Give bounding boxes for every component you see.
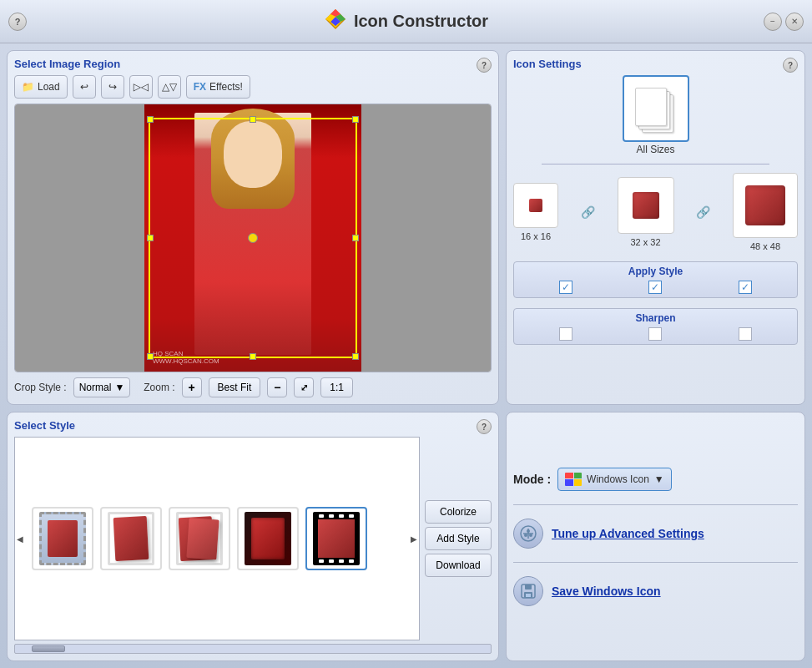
icon-sizes-row: All Sizes 16 x 16 🔗 xyxy=(513,75,798,345)
main-layout: Select Image Region ? 📁 Load ↩ ↪ ▷◁ △▽ F… xyxy=(0,43,812,668)
title-bar: ? Icon Constructor − ✕ xyxy=(0,0,812,43)
zoom-fit-button[interactable]: Best Fit xyxy=(209,377,261,397)
load-button[interactable]: 📁 Load xyxy=(14,75,68,99)
apply-style-checkbox-32[interactable] xyxy=(648,281,662,294)
sharpen-check-32 xyxy=(648,327,662,341)
image-toolbar: 📁 Load ↩ ↪ ▷◁ △▽ FX Effects! xyxy=(14,75,492,99)
all-sizes-container: All Sizes xyxy=(623,75,689,155)
flip-v-button[interactable]: △▽ xyxy=(158,75,181,99)
zoom-fullscreen-button[interactable]: ⤢ xyxy=(294,377,314,397)
style-thumb-5[interactable] xyxy=(305,507,367,570)
apply-style-check-32 xyxy=(648,281,662,294)
minimize-button[interactable]: − xyxy=(764,13,782,31)
undo-button[interactable]: ↩ xyxy=(73,75,96,99)
apply-style-check-48 xyxy=(739,281,752,294)
style-scroll-right-button[interactable]: ▶ xyxy=(411,534,417,544)
style-scrollbar-thumb[interactable] xyxy=(32,645,65,652)
style-thumb-4[interactable] xyxy=(237,507,299,570)
redo-button[interactable]: ↪ xyxy=(101,75,124,99)
chain-icon-1: 🔗 xyxy=(581,205,595,219)
style-scroll-left-button[interactable]: ◀ xyxy=(17,534,23,544)
tune-up-icon xyxy=(513,519,543,549)
style-panel-help-button[interactable]: ? xyxy=(477,419,492,434)
style-scrollbar[interactable] xyxy=(14,644,492,654)
zoom-1to1-button[interactable]: 1:1 xyxy=(320,377,353,397)
dropdown-arrow-icon: ▼ xyxy=(114,382,124,393)
undo-icon: ↩ xyxy=(80,81,88,93)
size-16-button[interactable] xyxy=(513,183,558,228)
flip-vertical-icon: △▽ xyxy=(162,81,177,93)
size-48-button[interactable] xyxy=(733,173,798,238)
all-sizes-icon xyxy=(635,88,677,129)
image-region-help-button[interactable]: ? xyxy=(477,58,492,73)
canvas-content: HQ SCANWWW.HQSCAN.COM xyxy=(15,104,491,372)
colorize-button[interactable]: Colorize xyxy=(425,500,492,524)
sizes-connector xyxy=(542,164,769,164)
sharpen-checkboxes xyxy=(521,327,790,341)
size-16-label: 16 x 16 xyxy=(521,231,551,241)
redo-icon: ↪ xyxy=(108,81,117,93)
style-thumb-1[interactable] xyxy=(32,507,93,570)
icon-settings-help-button[interactable]: ? xyxy=(783,58,798,73)
tune-up-label[interactable]: Tune up Advanced Settings xyxy=(552,527,704,540)
effects-button[interactable]: FX Effects! xyxy=(186,75,250,99)
tune-up-row[interactable]: Tune up Advanced Settings xyxy=(513,519,798,549)
apply-style-checkbox-48[interactable] xyxy=(739,281,752,294)
svg-point-12 xyxy=(529,534,532,537)
sharpen-check-48 xyxy=(739,327,752,341)
style-thumb-3[interactable] xyxy=(169,507,230,570)
source-image: HQ SCANWWW.HQSCAN.COM xyxy=(144,104,361,372)
style-thumb-2[interactable] xyxy=(100,507,162,570)
window-controls: − ✕ xyxy=(764,13,804,31)
watermark: HQ SCANWWW.HQSCAN.COM xyxy=(153,350,219,365)
flip-h-button[interactable]: ▷◁ xyxy=(129,75,153,99)
size-16-thumb: 16 x 16 xyxy=(513,183,558,241)
zoom-out-button[interactable]: − xyxy=(267,377,287,397)
sharpen-checkbox-32[interactable] xyxy=(648,327,662,341)
app-title-area: Icon Constructor xyxy=(324,8,488,35)
download-button[interactable]: Download xyxy=(425,554,492,577)
style-panel: Select Style ? ◀ xyxy=(7,412,499,661)
sharpen-check-16 xyxy=(559,327,572,341)
chain-icon-2: 🔗 xyxy=(696,205,710,219)
fx-icon: FX xyxy=(194,81,206,93)
title-help-button[interactable]: ? xyxy=(8,13,27,31)
save-icon xyxy=(513,576,543,606)
mode-panel: Mode : Windows Icon ▼ xyxy=(506,412,805,661)
svg-rect-16 xyxy=(526,594,531,597)
icon-settings-panel: Icon Settings ? All Sizes xyxy=(506,50,805,405)
all-sizes-button[interactable] xyxy=(623,75,689,142)
size-32-thumb: 32 x 32 xyxy=(618,177,674,247)
mode-dropdown[interactable]: Windows Icon ▼ xyxy=(557,468,672,491)
apply-style-label: Apply Style xyxy=(521,266,790,277)
folder-icon: 📁 xyxy=(22,81,34,93)
svg-point-10 xyxy=(527,529,530,533)
svg-point-11 xyxy=(524,534,527,537)
zoom-in-button[interactable]: + xyxy=(182,377,202,397)
sharpen-label: Sharpen xyxy=(521,312,790,324)
all-sizes-label: All Sizes xyxy=(636,144,674,155)
sharpen-checkbox-48[interactable] xyxy=(739,327,752,341)
size-thumbnails-row: 16 x 16 🔗 32 x 32 🔗 48 x 48 xyxy=(513,173,798,251)
apply-style-checkbox-16[interactable] xyxy=(559,281,572,294)
windows-flag-icon xyxy=(565,473,582,486)
apply-style-check-16 xyxy=(559,281,572,294)
size-48-thumb: 48 x 48 xyxy=(733,173,798,251)
image-canvas[interactable]: HQ SCANWWW.HQSCAN.COM xyxy=(14,104,492,372)
separator-1 xyxy=(513,504,798,505)
style-action-buttons: Colorize Add Style Download xyxy=(425,437,492,640)
style-thumbs-container: ◀ xyxy=(14,437,420,640)
image-region-panel: Select Image Region ? 📁 Load ↩ ↪ ▷◁ △▽ F… xyxy=(7,50,499,405)
icon-preview-48 xyxy=(745,185,785,225)
save-row[interactable]: Save Windows Icon xyxy=(513,576,798,606)
sharpen-checkbox-16[interactable] xyxy=(559,327,572,341)
save-label[interactable]: Save Windows Icon xyxy=(552,584,661,598)
crop-style-dropdown[interactable]: Normal ▼ xyxy=(73,377,131,397)
mode-row: Mode : Windows Icon ▼ xyxy=(513,468,798,491)
add-style-button[interactable]: Add Style xyxy=(425,527,492,550)
mode-label: Mode : xyxy=(513,473,551,486)
close-button[interactable]: ✕ xyxy=(785,13,804,31)
size-32-button[interactable] xyxy=(618,177,674,234)
app-title-text: Icon Constructor xyxy=(354,12,488,31)
svg-rect-14 xyxy=(525,584,532,590)
